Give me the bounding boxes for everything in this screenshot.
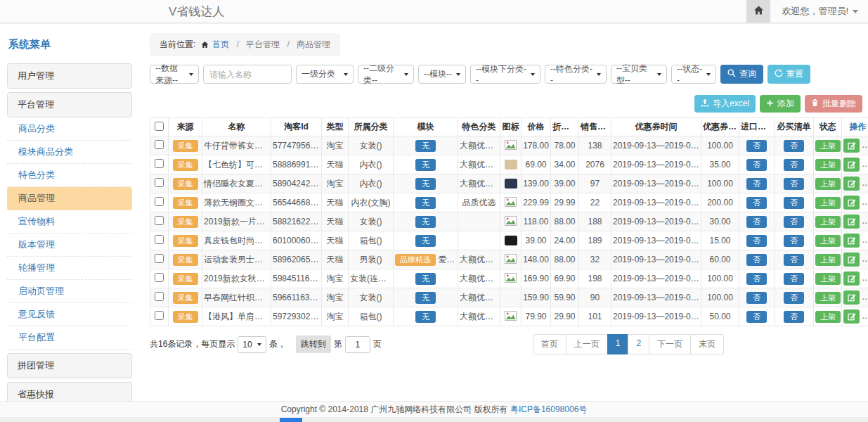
name-cell: 2019新款女秋薄款...: [202, 269, 271, 288]
icp-link[interactable]: 粤ICP备16098006号: [510, 404, 587, 414]
status-badge[interactable]: 上架: [815, 159, 841, 171]
must-buy-badge[interactable]: 否: [784, 254, 804, 266]
breadcrumb-home-link[interactable]: 首页: [212, 39, 229, 49]
imported-badge[interactable]: 否: [746, 273, 767, 285]
sidebar-item-模块商品分类[interactable]: 模块商品分类: [7, 141, 132, 164]
must-buy-badge[interactable]: 否: [784, 311, 804, 323]
jump-button[interactable]: 跳转到: [296, 335, 331, 353]
status-badge[interactable]: 上架: [815, 235, 841, 247]
edit-button[interactable]: [843, 215, 860, 229]
status-cell: 上架: [814, 307, 842, 326]
edit-button[interactable]: [843, 177, 860, 191]
page-button-1[interactable]: 1: [607, 334, 629, 354]
sidebar-item-版本管理[interactable]: 版本管理: [7, 234, 132, 257]
user-menu[interactable]: 欢迎您，管理员!: [770, 5, 868, 18]
imported-badge[interactable]: 否: [746, 216, 767, 228]
add-button[interactable]: 添加: [760, 95, 801, 113]
status-badge[interactable]: 上架: [815, 311, 841, 323]
row-checkbox[interactable]: [155, 178, 164, 187]
filter-feature-category[interactable]: --特色分类--: [545, 65, 607, 84]
row-checkbox[interactable]: [155, 254, 164, 263]
sidebar-item-意见反馈[interactable]: 意见反馈: [7, 303, 132, 326]
imported-badge[interactable]: 否: [746, 311, 767, 323]
sidebar-item-平台配置[interactable]: 平台配置: [7, 326, 132, 350]
home-button[interactable]: [746, 0, 770, 23]
row-checkbox[interactable]: [155, 292, 164, 301]
filter-name-input[interactable]: [203, 65, 292, 84]
must-buy-badge[interactable]: 否: [784, 140, 804, 152]
type-cell: 天猫: [322, 212, 349, 231]
imported-badge[interactable]: 否: [746, 140, 767, 152]
imported-badge[interactable]: 否: [746, 292, 767, 304]
must-buy-badge[interactable]: 否: [784, 235, 804, 247]
page-button-下一页[interactable]: 下一页: [649, 334, 691, 354]
imported-badge[interactable]: 否: [746, 197, 767, 209]
status-badge[interactable]: 上架: [815, 178, 841, 190]
imported-badge[interactable]: 否: [746, 178, 767, 190]
feature-cell: 大额优惠券: [458, 250, 500, 269]
row-checkbox[interactable]: [155, 273, 164, 282]
taoke-id-cell: 565446685867: [271, 193, 322, 212]
edit-button[interactable]: [843, 271, 860, 286]
sidebar-item-用户管理[interactable]: 用户管理: [7, 63, 132, 89]
select-all-checkbox[interactable]: [155, 122, 164, 131]
must-buy-badge[interactable]: 否: [784, 216, 804, 228]
sidebar-item-宣传物料[interactable]: 宣传物料: [7, 210, 132, 234]
filter-module[interactable]: --模块--: [418, 65, 466, 84]
per-page-select[interactable]: 10: [238, 336, 266, 353]
status-badge[interactable]: 上架: [815, 197, 841, 209]
edit-button[interactable]: [843, 290, 860, 305]
category-cell: 男装(): [349, 250, 394, 269]
batch-delete-button[interactable]: 批量删除: [805, 95, 862, 113]
imported-cell: 否: [739, 174, 775, 193]
page-button-首页[interactable]: 首页: [533, 334, 566, 354]
page-button-末页[interactable]: 末页: [690, 334, 724, 354]
jump-page-input[interactable]: [345, 336, 370, 353]
status-badge[interactable]: 上架: [815, 216, 841, 228]
edit-button[interactable]: [843, 158, 860, 172]
sidebar-item-启动页管理[interactable]: 启动页管理: [7, 280, 132, 303]
filter-module-sub-category[interactable]: --模块下分类--: [470, 65, 540, 84]
edit-button[interactable]: [843, 252, 860, 267]
page-button-上一页[interactable]: 上一页: [566, 334, 608, 354]
filter-item-type[interactable]: --宝贝类型--: [611, 65, 667, 84]
sidebar-item-省惠快报[interactable]: 省惠快报: [7, 382, 132, 401]
edit-button[interactable]: [843, 139, 860, 153]
imported-badge[interactable]: 否: [746, 254, 767, 266]
must-buy-badge[interactable]: 否: [784, 159, 804, 171]
edit-button[interactable]: [843, 196, 860, 210]
status-badge[interactable]: 上架: [815, 140, 841, 152]
row-checkbox[interactable]: [155, 311, 164, 320]
row-checkbox[interactable]: [155, 235, 164, 244]
must-buy-badge[interactable]: 否: [784, 273, 804, 285]
filter-status[interactable]: --状态--: [671, 65, 716, 84]
must-buy-badge[interactable]: 否: [784, 292, 804, 304]
sidebar-item-轮播管理[interactable]: 轮播管理: [7, 257, 132, 280]
must-buy-badge[interactable]: 否: [784, 178, 804, 190]
query-button[interactable]: 查询: [720, 65, 763, 84]
imported-badge[interactable]: 否: [746, 159, 767, 171]
row-checkbox[interactable]: [155, 159, 164, 168]
sales-cell: 90: [579, 288, 611, 307]
sidebar-item-拼团管理[interactable]: 拼团管理: [7, 353, 132, 378]
must-buy-badge[interactable]: 否: [784, 197, 804, 209]
sidebar-item-平台管理[interactable]: 平台管理: [7, 92, 132, 117]
sidebar-item-特色分类[interactable]: 特色分类: [7, 164, 132, 187]
status-badge[interactable]: 上架: [815, 254, 841, 266]
status-badge[interactable]: 上架: [815, 273, 841, 285]
row-checkbox[interactable]: [155, 197, 164, 206]
edit-button[interactable]: [843, 234, 860, 248]
page-button-2[interactable]: 2: [628, 334, 649, 354]
filter-level1-category[interactable]: 一级分类: [296, 65, 354, 84]
sidebar-item-商品分类[interactable]: 商品分类: [7, 117, 132, 141]
row-checkbox[interactable]: [155, 216, 164, 225]
filter-data-source[interactable]: --数据来源--: [150, 65, 199, 84]
row-checkbox[interactable]: [155, 140, 164, 149]
sidebar-item-商品管理[interactable]: 商品管理: [7, 187, 132, 210]
status-badge[interactable]: 上架: [815, 292, 841, 304]
filter-level2-category[interactable]: --二级分类--: [358, 65, 414, 84]
reset-button[interactable]: 重置: [767, 65, 810, 84]
import-excel-button[interactable]: 导入excel: [694, 95, 756, 113]
imported-badge[interactable]: 否: [746, 235, 767, 247]
edit-button[interactable]: [843, 309, 860, 324]
